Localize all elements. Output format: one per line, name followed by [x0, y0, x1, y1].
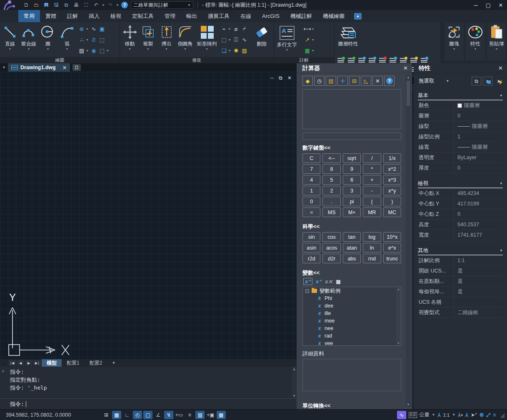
scale-icon[interactable]: ⬚ — [220, 35, 228, 44]
quick-select-icon[interactable]: ⧉ — [472, 77, 481, 85]
gradient-icon[interactable]: ▨ — [240, 46, 249, 55]
hatch-caret-icon[interactable]: ▼ — [86, 49, 90, 52]
explode-icon[interactable]: ✺ — [232, 46, 240, 55]
stretch-button[interactable]: 擠出 ▼ — [157, 22, 176, 57]
sci-key-trunc[interactable]: trunc — [383, 254, 401, 263]
ribbon-tab-常用[interactable]: 常用 — [18, 10, 40, 22]
delete-variable-icon[interactable]: x⨯ — [325, 278, 332, 285]
close-button[interactable]: ✕ — [495, 0, 507, 10]
scroll-up-icon[interactable]: ▲ — [292, 368, 297, 371]
sci-key-sin[interactable]: sin — [302, 232, 320, 242]
sci-key-e^x[interactable]: e^x — [383, 243, 401, 252]
document-tab-close-icon[interactable]: ✕ — [62, 65, 67, 71]
variable-row-dee[interactable]: xdee — [303, 302, 401, 310]
ribbon-tab-插入[interactable]: 插入 — [83, 10, 105, 22]
prev-layout-icon[interactable]: ◀ — [17, 360, 24, 366]
get-coordinates-icon[interactable]: ✛ — [337, 76, 348, 86]
workspace-dropdown[interactable]: 二維草圖與註解 ▼ — [131, 1, 193, 9]
property-row[interactable]: UCS 名稱 — [418, 297, 503, 308]
return-to-input-icon[interactable]: ▦ — [336, 279, 340, 285]
section-header-基本[interactable]: 基本▼ — [418, 91, 503, 100]
calc-scroll-down-icon[interactable]: ▼ — [406, 403, 411, 406]
numpad-key-x^y[interactable]: x^y — [383, 186, 401, 195]
selection-dropdown[interactable]: 無選取 — [419, 78, 435, 85]
paste-to-cmdline-icon[interactable]: ▤ — [326, 76, 336, 86]
snap-mode-icon[interactable]: ⊞ — [102, 411, 111, 419]
ribbon-tab-機械註解[interactable]: 機械註解 — [285, 10, 317, 22]
document-tab[interactable]: DWG Drawing1.dwg ✕ — [8, 63, 70, 72]
lineweight-icon[interactable]: ≡ — [185, 411, 194, 419]
polar-tracking-icon[interactable]: ◴ — [133, 411, 142, 419]
variables-scrollbar[interactable]: ▲ ▼ — [396, 287, 401, 345]
variable-row-nee[interactable]: xnee — [303, 325, 401, 332]
rectangle-icon[interactable]: ▣ — [98, 25, 106, 33]
revision-cloud-icon[interactable]: ⊕ — [77, 25, 86, 33]
variables-tree[interactable]: −變數範例kPhixdeexillexmeexneexradxvee ▲ ▼ — [302, 287, 401, 346]
property-row[interactable]: 高度540.2537 — [418, 220, 503, 230]
distance-icon[interactable]: ⊟ — [349, 76, 360, 86]
overlap-icon[interactable]: ❏ — [220, 46, 228, 55]
resize-grip[interactable]: ◢ — [500, 412, 505, 418]
dimension-icon[interactable]: ⟷ — [303, 25, 312, 33]
scientific-header[interactable]: 科學<< — [302, 223, 412, 230]
object-snap-icon[interactable]: ∠ — [154, 411, 163, 419]
annotation-scale-value[interactable]: 1:1 — [443, 412, 450, 418]
offset-icon[interactable]: ⌀ — [232, 25, 240, 33]
panel-label-modify[interactable]: 修改 — [120, 57, 274, 63]
polyline-button[interactable]: 聚合線 ▼ — [19, 22, 38, 57]
sci-key-rnd[interactable]: rnd — [363, 254, 381, 263]
transparency-icon[interactable]: ▨ — [195, 411, 205, 419]
new-file-icon[interactable]: 🗋 — [22, 1, 31, 9]
move-button[interactable]: 移動 ▼ — [121, 22, 139, 57]
leader-icon[interactable]: ↗ — [303, 35, 312, 44]
calculator-close-icon[interactable]: ✕ — [403, 65, 408, 71]
tree-scroll-down-icon[interactable]: ▼ — [396, 342, 401, 345]
numpad-key-/[interactable]: / — [363, 153, 381, 163]
doctab-menu-icon[interactable]: ▼ — [0, 65, 8, 70]
break-icon[interactable]: ⌿ — [240, 25, 249, 33]
sci-key-asin[interactable]: asin — [302, 243, 320, 252]
sci-key-d2r[interactable]: d2r — [322, 254, 340, 263]
annotation-visibility-icon[interactable]: ⅄• — [458, 412, 463, 418]
donut-icon[interactable]: ◉ — [90, 46, 98, 55]
sci-key-abs[interactable]: abs — [343, 254, 361, 263]
numpad-key-9[interactable]: 9 — [343, 164, 361, 174]
numpad-key-<--[interactable]: <-- — [322, 153, 340, 163]
selection-cycling-icon[interactable]: +▣ — [206, 411, 215, 419]
units-label[interactable]: 公釐 — [420, 411, 430, 418]
ribbon-collapse-icon[interactable]: ▲ — [354, 13, 362, 20]
numpad-key-MS[interactable]: MS — [322, 208, 340, 217]
angle-icon[interactable]: ◺ — [361, 76, 371, 86]
ribbon-tab-檢視[interactable]: 檢視 — [105, 10, 127, 22]
wipeout-caret-icon[interactable]: ▼ — [106, 49, 110, 52]
line-button[interactable]: 直線 ▼ — [1, 22, 19, 57]
plot-batch-icon[interactable]: ⧉ — [62, 1, 71, 9]
print-icon[interactable]: 🖶 — [72, 1, 81, 9]
section-header-檢視[interactable]: 檢視▼ — [418, 179, 503, 188]
cmd-expand-icon[interactable]: ▲ — [0, 360, 7, 366]
command-close-icon[interactable]: ✕ — [2, 368, 5, 374]
layout-tab-模型[interactable]: 模型 — [42, 359, 62, 367]
precision-icon[interactable]: 0.0 — [409, 412, 417, 418]
model-space-icon[interactable]: ∿ — [397, 411, 406, 419]
numpad-key-1/x[interactable]: 1/x — [383, 153, 401, 163]
variable-row-rad[interactable]: xrad — [303, 332, 401, 340]
property-row[interactable]: 線型比例1 — [418, 132, 503, 142]
undo-caret-icon[interactable]: ▼ — [102, 3, 105, 7]
ribbon-tab-擴展工具[interactable]: 擴展工具 — [202, 10, 235, 22]
property-row[interactable]: 圖層0 — [418, 111, 503, 121]
numpad-key-pi[interactable]: pi — [343, 197, 361, 206]
numpad-key-.[interactable]: . — [322, 197, 340, 206]
undo-icon[interactable]: ↶ — [92, 1, 101, 9]
sci-key-ln[interactable]: ln — [363, 243, 381, 252]
panel-label-annotate[interactable]: 註解 — [274, 57, 334, 63]
property-row[interactable]: 線寬隨圖層 — [418, 142, 503, 152]
variable-row-vee[interactable]: xvee — [303, 340, 401, 346]
numpad-key-0[interactable]: 0 — [302, 197, 320, 206]
property-row[interactable]: 透明度ByLayer — [418, 152, 503, 163]
calculator-scrollbar[interactable]: ▲ ▼ — [406, 75, 411, 407]
save-icon[interactable]: 🖪 — [42, 1, 51, 9]
property-row[interactable]: 線型隨圖層 — [418, 121, 503, 132]
sci-key-cos[interactable]: cos — [322, 232, 340, 242]
numpad-key-7[interactable]: 7 — [302, 164, 320, 174]
